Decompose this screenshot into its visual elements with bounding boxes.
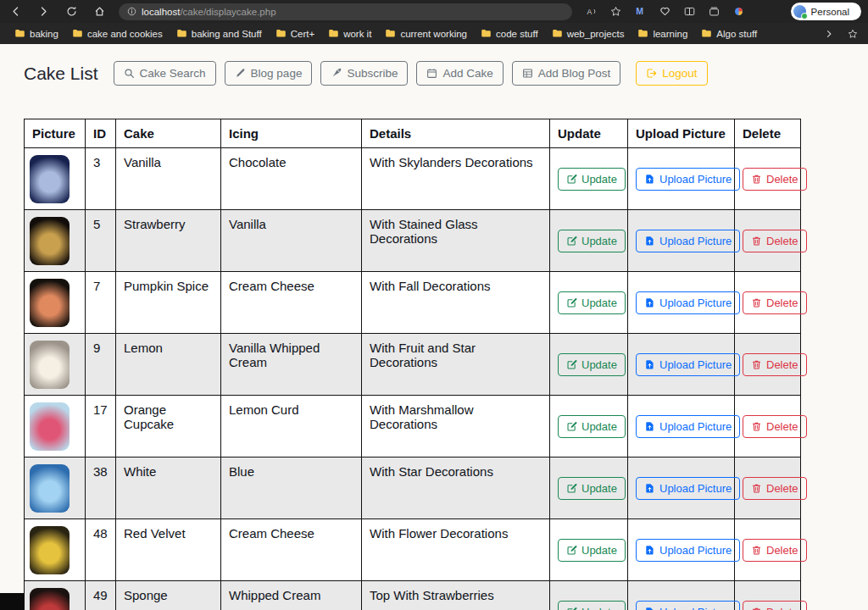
update-cell: Update bbox=[550, 334, 628, 396]
browser-essentials-icon[interactable] bbox=[658, 5, 671, 19]
upload-picture-button[interactable]: Upload Picture bbox=[636, 477, 740, 500]
svg-text:M: M bbox=[636, 6, 643, 16]
update-button[interactable]: Update bbox=[558, 477, 626, 500]
favorites-star-icon[interactable] bbox=[609, 5, 622, 19]
upload-picture-button[interactable]: Upload Picture bbox=[636, 353, 740, 376]
column-header-picture: Picture bbox=[25, 119, 86, 148]
delete-button-label: Delete bbox=[766, 235, 798, 247]
delete-button[interactable]: Delete bbox=[743, 291, 807, 314]
update-button[interactable]: Update bbox=[558, 353, 626, 376]
subscribe-button[interactable]: Subscribe bbox=[320, 61, 408, 86]
profile-label: Personal bbox=[811, 7, 849, 17]
bookmark-code-stuff[interactable]: code stuff bbox=[475, 26, 544, 41]
back-icon[interactable] bbox=[8, 5, 22, 19]
cake-icing: Whipped Cream bbox=[221, 581, 362, 610]
upload-picture-button[interactable]: Upload Picture bbox=[636, 168, 740, 191]
cake-name: White bbox=[116, 458, 221, 519]
upload-picture-button[interactable]: Upload Picture bbox=[636, 539, 740, 562]
delete-button[interactable]: Delete bbox=[743, 601, 807, 610]
delete-cell: Delete bbox=[735, 148, 801, 210]
upload-icon bbox=[644, 174, 655, 185]
picture-cell bbox=[25, 334, 86, 396]
site-info-icon[interactable] bbox=[127, 7, 136, 16]
pencil-square-icon bbox=[566, 236, 577, 247]
update-button-label: Update bbox=[581, 420, 617, 433]
delete-button-label: Delete bbox=[766, 482, 798, 495]
address-bar[interactable]: localhost/cake/displaycake.php bbox=[119, 3, 572, 20]
add-blog-post-button[interactable]: Add Blog Post bbox=[512, 61, 621, 86]
delete-button[interactable]: Delete bbox=[743, 353, 807, 376]
pencil-square-icon bbox=[566, 545, 577, 556]
bookmark-baking-and-stuff[interactable]: baking and Stuff bbox=[170, 26, 268, 41]
extensions-icon[interactable] bbox=[732, 5, 745, 19]
update-button[interactable]: Update bbox=[558, 168, 626, 191]
upload-icon bbox=[644, 359, 655, 370]
bookmarks-overflow-chevron[interactable] bbox=[822, 27, 836, 41]
cake-name: Sponge bbox=[116, 581, 221, 610]
forward-icon[interactable] bbox=[36, 5, 50, 19]
bookmark-cert[interactable]: Cert+ bbox=[270, 26, 320, 41]
upload-icon bbox=[644, 421, 655, 432]
profile-button[interactable]: Personal bbox=[791, 3, 861, 20]
folder-icon bbox=[328, 28, 339, 39]
update-button-label: Update bbox=[581, 606, 617, 610]
cake-id: 48 bbox=[86, 519, 116, 581]
search-icon bbox=[124, 68, 135, 79]
home-icon[interactable] bbox=[92, 5, 106, 19]
delete-button[interactable]: Delete bbox=[743, 168, 807, 191]
collections-icon[interactable] bbox=[707, 5, 721, 19]
picture-cell bbox=[25, 272, 86, 334]
column-header-update: Update bbox=[550, 119, 628, 148]
page-title: Cake List bbox=[24, 64, 98, 84]
trash-icon bbox=[751, 545, 762, 556]
folder-icon bbox=[14, 28, 25, 39]
delete-button[interactable]: Delete bbox=[743, 539, 807, 562]
cake-photo bbox=[30, 341, 70, 389]
other-favorites-icon[interactable] bbox=[846, 27, 860, 41]
bookmark-web-projects[interactable]: web_projects bbox=[546, 26, 631, 41]
delete-button[interactable]: Delete bbox=[743, 230, 807, 252]
upload-picture-button[interactable]: Upload Picture bbox=[636, 230, 740, 252]
cake-name: Orange Cupcake bbox=[116, 396, 221, 458]
update-button[interactable]: Update bbox=[558, 601, 626, 610]
cake-row: 7 Pumpkin Spice Cream Cheese With Fall D… bbox=[25, 272, 801, 334]
cake-photo bbox=[30, 402, 70, 451]
bookmark-cake-and-cookies[interactable]: cake and cookies bbox=[66, 26, 169, 41]
upload-picture-button[interactable]: Upload Picture bbox=[636, 601, 740, 610]
header-buttons: Cake SearchBlog pageSubscribeAdd CakeAdd… bbox=[114, 61, 708, 86]
update-button[interactable]: Update bbox=[558, 291, 626, 314]
bookmark-current-working[interactable]: current working bbox=[379, 26, 473, 41]
upload-cell: Upload Picture bbox=[628, 458, 735, 519]
update-button[interactable]: Update bbox=[558, 415, 626, 438]
split-screen-icon[interactable] bbox=[682, 5, 696, 19]
logout-button[interactable]: Logout bbox=[636, 61, 707, 86]
bookmarks-bar: bakingcake and cookiesbaking and StuffCe… bbox=[0, 23, 868, 44]
pencil-square-icon bbox=[566, 607, 577, 610]
refresh-icon[interactable] bbox=[64, 5, 78, 19]
upload-picture-button[interactable]: Upload Picture bbox=[636, 415, 740, 438]
bookmark-baking[interactable]: baking bbox=[8, 26, 64, 41]
bookmark-work-it[interactable]: work it bbox=[322, 26, 377, 41]
add-cake-button[interactable]: Add Cake bbox=[416, 61, 503, 86]
upload-button-label: Upload Picture bbox=[659, 297, 732, 309]
delete-cell: Delete bbox=[735, 396, 801, 458]
pencil-square-icon bbox=[566, 421, 577, 432]
blog-page-button[interactable]: Blog page bbox=[225, 61, 313, 86]
bookmark-algo-stuff[interactable]: Algo stuff bbox=[695, 26, 763, 41]
update-cell: Update bbox=[550, 148, 628, 210]
delete-button[interactable]: Delete bbox=[743, 477, 807, 500]
upload-picture-button[interactable]: Upload Picture bbox=[636, 291, 740, 314]
trash-icon bbox=[751, 236, 762, 247]
bookmark-learning[interactable]: learning bbox=[632, 26, 693, 41]
update-button[interactable]: Update bbox=[558, 539, 626, 562]
folder-icon bbox=[552, 28, 563, 39]
calendar-icon bbox=[426, 68, 437, 79]
read-aloud-icon[interactable]: A bbox=[584, 5, 598, 19]
cake-row: 17 Orange Cupcake Lemon Curd With Marshm… bbox=[25, 396, 801, 458]
cake-search-button[interactable]: Cake Search bbox=[114, 61, 216, 86]
delete-button[interactable]: Delete bbox=[743, 415, 807, 438]
gmail-icon[interactable]: M bbox=[633, 5, 647, 19]
cake-icing: Blue bbox=[221, 458, 362, 519]
cake-id: 7 bbox=[86, 272, 116, 334]
update-button[interactable]: Update bbox=[558, 230, 626, 252]
